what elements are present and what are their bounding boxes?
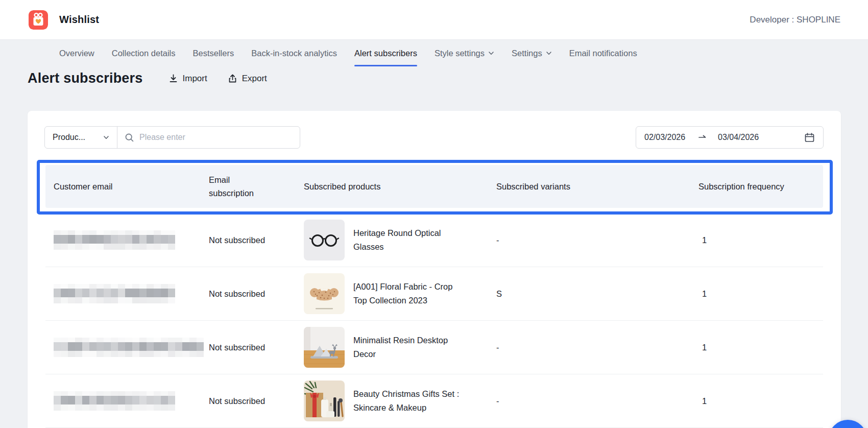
search-group: Produc... [44,126,300,149]
nav-tabs: Overview Collection details Bestsellers … [0,40,868,66]
tab-settings[interactable]: Settings [512,40,552,66]
search-field-value: Produc... [53,133,85,142]
import-label: Import [183,74,207,84]
blurred-email [54,230,209,250]
product-name: Beauty Christmas Gifts Set : Skincare & … [353,387,468,415]
email-subscription-status: Not subscribed [209,235,304,245]
blurred-email [54,284,209,303]
date-end: 03/04/2026 [718,133,759,142]
product-thumbnail [304,273,345,314]
product-name: [A001] Floral Fabric - Crop Top Collecti… [353,280,468,307]
product-thumbnail [304,381,345,421]
table-body: Not subscribed Heritage Round Optical Gl… [45,208,823,428]
chevron-down-icon [488,50,494,56]
product-name: Minimalist Resin Desktop Decor [353,334,468,361]
subscribed-variants-value: - [496,343,698,352]
tab-back-in-stock-analytics[interactable]: Back-in-stock analytics [251,40,337,66]
tab-alert-subscribers[interactable]: Alert subscribers [354,40,417,66]
table-row: Not subscribed Heritage Round Optical Gl… [45,213,823,267]
download-icon [168,74,178,83]
table-row: Not subscribed [45,267,823,321]
top-bar: Wishlist Developer : SHOPLINE [0,0,868,40]
tab-overview[interactable]: Overview [59,40,94,66]
email-subscription-status: Not subscribed [209,343,304,352]
product-name: Heritage Round Optical Glasses [353,226,468,254]
table-header-row: Customer email Email subscription Subscr… [45,165,823,208]
date-start: 02/03/2026 [644,133,685,142]
email-subscription-status: Not subscribed [209,396,304,406]
date-range-picker[interactable]: 02/03/2026 03/04/2026 [636,126,824,149]
page-header: Alert subscribers Import Export [28,70,267,86]
subscribers-table: Customer email Email subscription Subscr… [45,165,823,428]
subscription-frequency-value: 1 [698,396,823,406]
filter-row: Produc... 02/03/2026 03/04/2026 [44,126,824,149]
column-header-customer-email: Customer email [45,180,209,193]
table-row: Not subscribed [45,321,823,374]
subscribed-variants-value: - [496,396,698,406]
column-header-email-subscription: Email subscription [209,173,304,200]
tab-style-settings[interactable]: Style settings [435,40,494,66]
table-row: Not subscribed [45,374,823,428]
subscribers-card: Produc... 02/03/2026 03/04/2026 Customer… [28,111,841,428]
share-up-icon [228,74,237,83]
chevron-down-icon [546,50,552,56]
tab-email-notifications[interactable]: Email notifications [569,40,637,66]
subscription-frequency-value: 1 [698,235,823,245]
import-button[interactable]: Import [168,74,207,84]
export-button[interactable]: Export [228,74,267,84]
column-header-subscribed-products: Subscribed products [304,180,496,193]
blurred-email [54,338,209,357]
search-box [117,127,300,148]
product-thumbnail [304,220,345,260]
column-header-subscribed-variants: Subscribed variants [496,180,698,193]
product-thumbnail [304,327,345,368]
search-field-selector[interactable]: Produc... [45,127,117,148]
page-title: Alert subscribers [28,70,143,86]
subscribed-variants-value: - [496,235,698,245]
chevron-down-icon [103,134,109,140]
account-label: Developer : SHOPLINE [750,15,840,25]
subscription-frequency-value: 1 [698,343,823,352]
search-icon [125,133,134,142]
column-header-subscription-frequency: Subscription frequency [698,180,823,193]
export-label: Export [242,74,267,84]
right-arrow-icon [698,134,707,140]
wishlist-app-logo-icon [29,10,48,30]
search-input[interactable] [139,133,293,142]
app-title: Wishlist [59,14,99,26]
subscribed-variants-value: S [496,289,698,299]
calendar-icon [804,132,815,143]
tab-collection-details[interactable]: Collection details [112,40,176,66]
blurred-email [54,391,209,411]
subscription-frequency-value: 1 [698,289,823,299]
tab-bestsellers[interactable]: Bestsellers [193,40,234,66]
email-subscription-status: Not subscribed [209,289,304,299]
